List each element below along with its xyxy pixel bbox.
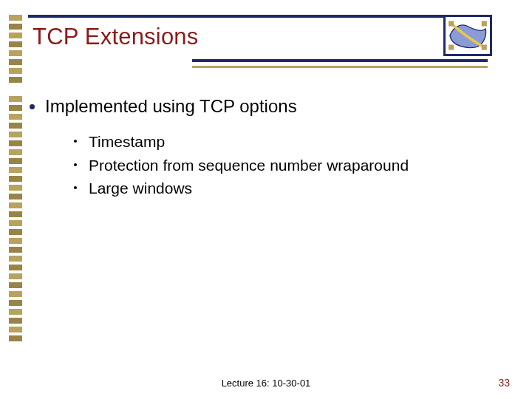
sub-bullet-list: Timestamp Protection from sequence numbe… (74, 130, 502, 200)
bullet-sub: Protection from sequence number wraparou… (74, 154, 502, 177)
header-rule (28, 15, 457, 18)
svg-rect-2 (449, 45, 454, 50)
bullet-sub-text: Protection from sequence number wraparou… (89, 154, 409, 177)
bullet-sub-text: Large windows (89, 177, 192, 200)
svg-rect-1 (482, 21, 487, 26)
bullet-main: Implemented using TCP options (30, 96, 502, 117)
slide-content: Implemented using TCP options Timestamp … (30, 96, 502, 200)
svg-rect-0 (449, 21, 454, 26)
title-underline (192, 59, 488, 68)
bullet-sub: Large windows (74, 177, 502, 200)
svg-rect-3 (482, 45, 487, 50)
slide-title: TCP Extensions (33, 24, 199, 50)
bullet-sub-text: Timestamp (89, 130, 165, 154)
footer-lecture-label: Lecture 16: 10-30-01 (0, 378, 532, 389)
bullet-dot-icon (30, 104, 35, 109)
slide: TCP Extensions Implemented using TCP opt… (0, 0, 532, 399)
bullet-sub: Timestamp (74, 130, 502, 154)
bullet-dot-icon (74, 186, 77, 189)
decorative-stripes (9, 15, 22, 346)
bullet-dot-icon (74, 140, 77, 143)
bullet-dot-icon (74, 163, 77, 166)
footer-page-number: 33 (498, 377, 510, 389)
logo-icon (443, 15, 492, 56)
bullet-main-text: Implemented using TCP options (45, 96, 297, 117)
